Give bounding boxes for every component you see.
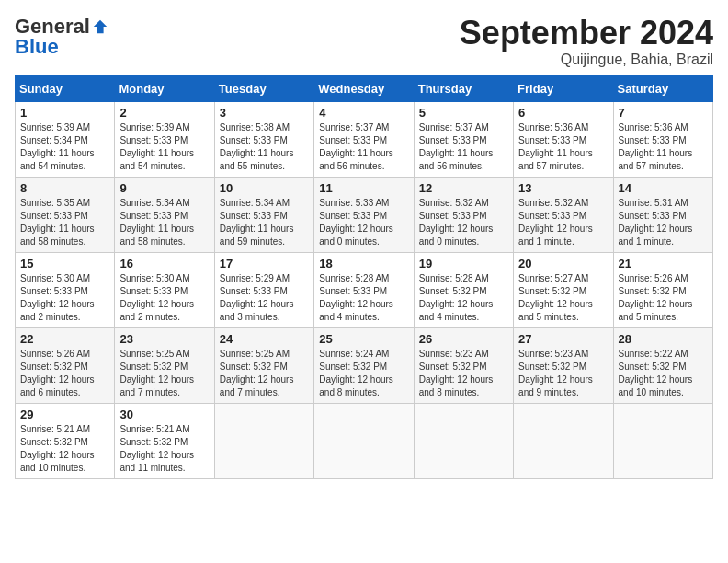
day-number: 11 <box>319 181 408 195</box>
day-info: Sunrise: 5:37 AM Sunset: 5:33 PM Dayligh… <box>419 121 508 173</box>
calendar-cell: 25Sunrise: 5:24 AM Sunset: 5:32 PM Dayli… <box>314 327 414 403</box>
header-saturday: Saturday <box>613 75 712 101</box>
day-info: Sunrise: 5:32 AM Sunset: 5:33 PM Dayligh… <box>419 197 508 248</box>
day-info: Sunrise: 5:27 AM Sunset: 5:32 PM Dayligh… <box>518 272 608 324</box>
svg-marker-0 <box>94 20 107 33</box>
day-info: Sunrise: 5:24 AM Sunset: 5:32 PM Dayligh… <box>319 348 408 399</box>
calendar-week-row: 15Sunrise: 5:30 AM Sunset: 5:33 PM Dayli… <box>16 252 713 327</box>
day-number: 7 <box>619 106 708 120</box>
calendar-cell <box>414 403 513 478</box>
calendar-cell: 17Sunrise: 5:29 AM Sunset: 5:33 PM Dayli… <box>214 252 313 327</box>
day-info: Sunrise: 5:29 AM Sunset: 5:33 PM Dayligh… <box>220 272 309 324</box>
calendar-cell: 6Sunrise: 5:36 AM Sunset: 5:33 PM Daylig… <box>514 101 613 177</box>
day-number: 30 <box>119 408 209 421</box>
day-number: 13 <box>518 181 608 195</box>
day-number: 27 <box>518 332 608 346</box>
day-number: 12 <box>419 181 508 195</box>
calendar-week-row: 29Sunrise: 5:21 AM Sunset: 5:32 PM Dayli… <box>16 403 713 478</box>
calendar-cell <box>514 403 613 478</box>
header-wednesday: Wednesday <box>314 75 414 101</box>
day-info: Sunrise: 5:22 AM Sunset: 5:32 PM Dayligh… <box>619 348 708 399</box>
day-info: Sunrise: 5:32 AM Sunset: 5:33 PM Dayligh… <box>518 197 608 248</box>
day-info: Sunrise: 5:21 AM Sunset: 5:32 PM Dayligh… <box>20 423 109 475</box>
calendar-cell: 23Sunrise: 5:25 AM Sunset: 5:32 PM Dayli… <box>115 327 214 403</box>
calendar-cell: 19Sunrise: 5:28 AM Sunset: 5:32 PM Dayli… <box>414 252 513 327</box>
day-number: 18 <box>319 257 408 270</box>
day-info: Sunrise: 5:28 AM Sunset: 5:33 PM Dayligh… <box>319 272 408 324</box>
calendar-cell: 29Sunrise: 5:21 AM Sunset: 5:32 PM Dayli… <box>16 403 115 478</box>
calendar-header-row: Sunday Monday Tuesday Wednesday Thursday… <box>16 75 713 101</box>
day-number: 3 <box>220 106 309 120</box>
calendar-cell: 4Sunrise: 5:37 AM Sunset: 5:33 PM Daylig… <box>314 101 414 177</box>
day-info: Sunrise: 5:21 AM Sunset: 5:32 PM Dayligh… <box>119 423 209 475</box>
calendar-cell <box>613 403 712 478</box>
calendar-cell: 10Sunrise: 5:34 AM Sunset: 5:33 PM Dayli… <box>214 177 313 252</box>
calendar-cell: 22Sunrise: 5:26 AM Sunset: 5:32 PM Dayli… <box>16 327 115 403</box>
calendar-cell: 18Sunrise: 5:28 AM Sunset: 5:33 PM Dayli… <box>314 252 414 327</box>
calendar-cell: 13Sunrise: 5:32 AM Sunset: 5:33 PM Dayli… <box>514 177 613 252</box>
logo-icon <box>92 18 108 35</box>
day-info: Sunrise: 5:23 AM Sunset: 5:32 PM Dayligh… <box>419 348 508 399</box>
calendar-cell: 12Sunrise: 5:32 AM Sunset: 5:33 PM Dayli… <box>414 177 513 252</box>
day-number: 15 <box>20 257 109 270</box>
day-number: 9 <box>119 181 209 195</box>
header-friday: Friday <box>514 75 613 101</box>
calendar-cell: 28Sunrise: 5:22 AM Sunset: 5:32 PM Dayli… <box>613 327 712 403</box>
day-number: 1 <box>20 106 109 120</box>
calendar-table: Sunday Monday Tuesday Wednesday Thursday… <box>15 75 713 479</box>
day-info: Sunrise: 5:31 AM Sunset: 5:33 PM Dayligh… <box>619 197 708 248</box>
calendar-cell: 16Sunrise: 5:30 AM Sunset: 5:33 PM Dayli… <box>115 252 214 327</box>
calendar-week-row: 8Sunrise: 5:35 AM Sunset: 5:33 PM Daylig… <box>16 177 713 252</box>
day-number: 28 <box>619 332 708 346</box>
calendar-cell: 1Sunrise: 5:39 AM Sunset: 5:34 PM Daylig… <box>16 101 115 177</box>
logo-blue-text: Blue <box>15 35 59 59</box>
day-info: Sunrise: 5:34 AM Sunset: 5:33 PM Dayligh… <box>119 197 209 248</box>
day-info: Sunrise: 5:26 AM Sunset: 5:32 PM Dayligh… <box>619 272 708 324</box>
day-info: Sunrise: 5:38 AM Sunset: 5:33 PM Dayligh… <box>220 121 309 173</box>
day-info: Sunrise: 5:30 AM Sunset: 5:33 PM Dayligh… <box>20 272 109 324</box>
calendar-cell: 30Sunrise: 5:21 AM Sunset: 5:32 PM Dayli… <box>115 403 214 478</box>
day-info: Sunrise: 5:26 AM Sunset: 5:32 PM Dayligh… <box>20 348 109 399</box>
calendar-cell <box>314 403 414 478</box>
day-info: Sunrise: 5:23 AM Sunset: 5:32 PM Dayligh… <box>518 348 608 399</box>
day-number: 25 <box>319 332 408 346</box>
month-title: September 2024 <box>460 15 713 52</box>
calendar-cell: 21Sunrise: 5:26 AM Sunset: 5:32 PM Dayli… <box>613 252 712 327</box>
day-info: Sunrise: 5:35 AM Sunset: 5:33 PM Dayligh… <box>20 197 109 248</box>
day-info: Sunrise: 5:33 AM Sunset: 5:33 PM Dayligh… <box>319 197 408 248</box>
day-info: Sunrise: 5:36 AM Sunset: 5:33 PM Dayligh… <box>619 121 708 173</box>
calendar-cell: 20Sunrise: 5:27 AM Sunset: 5:32 PM Dayli… <box>514 252 613 327</box>
day-info: Sunrise: 5:30 AM Sunset: 5:33 PM Dayligh… <box>119 272 209 324</box>
header-sunday: Sunday <box>16 75 115 101</box>
day-number: 21 <box>619 257 708 270</box>
day-number: 26 <box>419 332 508 346</box>
calendar-cell: 3Sunrise: 5:38 AM Sunset: 5:33 PM Daylig… <box>214 101 313 177</box>
day-info: Sunrise: 5:28 AM Sunset: 5:32 PM Dayligh… <box>419 272 508 324</box>
day-number: 23 <box>119 332 209 346</box>
page-header: General Blue September 2024 Quijingue, B… <box>15 15 713 68</box>
day-info: Sunrise: 5:25 AM Sunset: 5:32 PM Dayligh… <box>220 348 309 399</box>
calendar-cell: 8Sunrise: 5:35 AM Sunset: 5:33 PM Daylig… <box>16 177 115 252</box>
calendar-cell: 11Sunrise: 5:33 AM Sunset: 5:33 PM Dayli… <box>314 177 414 252</box>
day-number: 14 <box>619 181 708 195</box>
day-number: 10 <box>220 181 309 195</box>
day-number: 6 <box>518 106 608 120</box>
day-info: Sunrise: 5:39 AM Sunset: 5:34 PM Dayligh… <box>20 121 109 173</box>
logo: General Blue <box>15 15 108 59</box>
calendar-cell: 9Sunrise: 5:34 AM Sunset: 5:33 PM Daylig… <box>115 177 214 252</box>
calendar-cell: 15Sunrise: 5:30 AM Sunset: 5:33 PM Dayli… <box>16 252 115 327</box>
day-number: 19 <box>419 257 508 270</box>
calendar-cell: 14Sunrise: 5:31 AM Sunset: 5:33 PM Dayli… <box>613 177 712 252</box>
calendar-cell: 2Sunrise: 5:39 AM Sunset: 5:33 PM Daylig… <box>115 101 214 177</box>
calendar-cell: 26Sunrise: 5:23 AM Sunset: 5:32 PM Dayli… <box>414 327 513 403</box>
calendar-cell: 7Sunrise: 5:36 AM Sunset: 5:33 PM Daylig… <box>613 101 712 177</box>
day-number: 16 <box>119 257 209 270</box>
header-thursday: Thursday <box>414 75 513 101</box>
day-number: 5 <box>419 106 508 120</box>
calendar-week-row: 22Sunrise: 5:26 AM Sunset: 5:32 PM Dayli… <box>16 327 713 403</box>
day-info: Sunrise: 5:37 AM Sunset: 5:33 PM Dayligh… <box>319 121 408 173</box>
header-monday: Monday <box>115 75 214 101</box>
calendar-cell <box>214 403 313 478</box>
day-number: 2 <box>119 106 209 120</box>
location: Quijingue, Bahia, Brazil <box>460 52 713 68</box>
